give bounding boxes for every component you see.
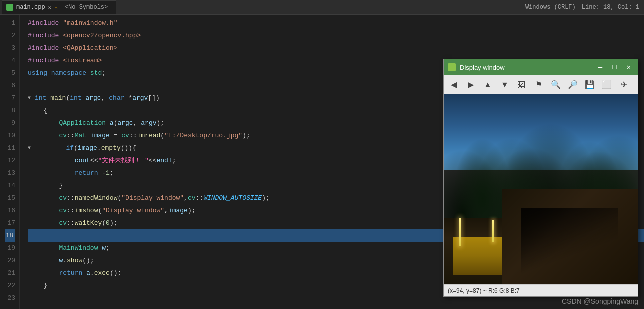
- cv-titlebar: Display window — □ ✕: [444, 59, 638, 75]
- tab-close-button[interactable]: ✕: [48, 4, 52, 11]
- line-num-1: 1: [5, 17, 15, 29]
- str-chinese: "文件未找到！ ": [98, 154, 148, 167]
- paren-open-10: (: [160, 129, 164, 142]
- var-image: image: [90, 129, 114, 142]
- semi-13: ;: [110, 167, 114, 179]
- var-argv: argv: [132, 92, 148, 104]
- dot-21: .: [90, 267, 94, 279]
- fn-main: main: [50, 92, 66, 104]
- kw-namespace: namespace: [51, 67, 90, 79]
- colons-17: ::: [67, 217, 75, 229]
- cv-zoom-in-button[interactable]: 🔍: [548, 77, 564, 92]
- cv-back-button[interactable]: ◀: [446, 77, 462, 92]
- cv-maximize-button[interactable]: □: [609, 60, 619, 74]
- line-18-content: [28, 229, 32, 242]
- line-num-20: 20: [5, 254, 15, 267]
- file-tab-icon: [6, 4, 13, 11]
- semi-19: ;: [106, 242, 110, 254]
- paren-a: (: [114, 117, 118, 129]
- var-a: a: [110, 117, 114, 129]
- kw-include-2: #include: [28, 29, 63, 42]
- cv-minimize-button[interactable]: —: [595, 60, 605, 74]
- cv-ns-17: cv: [59, 217, 67, 229]
- indent-14: [28, 179, 59, 192]
- kw-using: using: [28, 67, 51, 79]
- cv-flag-button[interactable]: ⚑: [531, 77, 547, 92]
- indent-10: [28, 129, 59, 142]
- type-mat: Mat: [75, 129, 90, 142]
- cv-save-button[interactable]: 💾: [582, 77, 598, 92]
- cv-down-button[interactable]: ▼: [497, 77, 513, 92]
- paren-open-15: (: [117, 192, 121, 204]
- line-num-4: 4: [5, 54, 15, 67]
- var-image-2: image: [78, 142, 97, 154]
- line-num-14: 14: [5, 179, 15, 192]
- var-argv-2: argv: [141, 117, 156, 129]
- fn-empty: empty: [101, 142, 121, 154]
- cv-title-text: Display window: [460, 64, 591, 71]
- cv-up-button[interactable]: ▲: [480, 77, 496, 92]
- parens-21: ();: [110, 267, 121, 279]
- str-disp1: "Display window": [121, 192, 184, 204]
- line-num-9: 9: [5, 117, 15, 129]
- fn-show: show: [67, 254, 82, 267]
- line-num-11: 11: [5, 142, 15, 154]
- str-mainwindow: "mainwindow.h": [63, 17, 117, 29]
- var-image-3: image: [168, 204, 188, 217]
- var-w: w: [102, 242, 106, 254]
- type-qapp: QApplication: [59, 117, 109, 129]
- code-line-2: #include <opencv2/opencv.hpp>: [28, 29, 644, 42]
- kw-include-3: #include: [28, 42, 63, 54]
- colons-10: ::: [67, 129, 75, 142]
- indent-16: [28, 204, 59, 217]
- file-tab[interactable]: main.cpp ✕ ⚠ <No Symbols>: [2, 0, 116, 14]
- platform-label[interactable]: Windows (CRLF): [525, 4, 576, 11]
- kw-int-2: int: [70, 92, 85, 104]
- macro-autosize: WINDOW_AUTOSIZE: [203, 192, 262, 204]
- cv-image-button[interactable]: 🖼: [514, 77, 530, 92]
- line-num-5: 5: [5, 67, 15, 79]
- scene-shadows: [521, 208, 618, 284]
- cv-display-window[interactable]: Display window — □ ✕ ◀ ▶ ▲ ▼ 🖼 ⚑ 🔍 🔎 💾 ⬜…: [443, 59, 638, 297]
- cv-toolbar: ◀ ▶ ▲ ▼ 🖼 ⚑ 🔍 🔎 💾 ⬜ ✈: [444, 75, 638, 94]
- str-disp2: "Display window": [102, 204, 164, 217]
- kw-int-1: int: [35, 92, 50, 104]
- str-iostream: <iostream>: [63, 54, 102, 67]
- kw-char: char: [109, 92, 128, 104]
- cv-crop-button[interactable]: ⬜: [599, 77, 615, 92]
- paren-open-16: (: [98, 204, 102, 217]
- cv-send-button[interactable]: ✈: [616, 77, 632, 92]
- cv-close-button[interactable]: ✕: [624, 60, 634, 74]
- line-num-21: 21: [5, 267, 15, 279]
- cv-forward-button[interactable]: ▶: [463, 77, 479, 92]
- editor-container: 1 2 3 4 5 6 7 8 9 10 11 12 13 14 15 16 1…: [0, 15, 644, 309]
- cv-ns-10: cv: [59, 129, 67, 142]
- dot-11: .: [97, 142, 101, 154]
- colons-15: ::: [67, 192, 75, 204]
- semi-12: ;: [172, 154, 176, 167]
- parens-11: ()){: [121, 142, 136, 154]
- var-endl: endl: [156, 154, 172, 167]
- paren-open-7: (: [66, 92, 70, 104]
- colons-10b: ::: [129, 129, 137, 142]
- indent-9: [28, 117, 59, 129]
- str-qapp: <QApplication>: [63, 42, 117, 54]
- kw-include-4: #include: [28, 54, 63, 67]
- line-num-13: 13: [5, 167, 15, 179]
- scene-lights2: [492, 220, 494, 243]
- comma-15: ,: [184, 192, 188, 204]
- kw-return-2: return: [59, 267, 86, 279]
- indent-11: [35, 142, 66, 154]
- paren-close-16: );: [188, 204, 196, 217]
- ltlt-12: <<: [90, 154, 98, 167]
- cv-zoom-out-button[interactable]: 🔎: [565, 77, 581, 92]
- line-num-2: 2: [5, 29, 15, 42]
- line-num-15: 15: [5, 192, 15, 204]
- fn-exec: exec: [94, 267, 110, 279]
- brackets-7: []): [148, 92, 159, 104]
- fn-waitkey: waitKey: [75, 217, 102, 229]
- cv-ns-10b: cv: [121, 129, 129, 142]
- fn-namedWindow: namedWindow: [75, 192, 118, 204]
- colons-16: ::: [67, 204, 75, 217]
- comma-7: ,: [101, 92, 109, 104]
